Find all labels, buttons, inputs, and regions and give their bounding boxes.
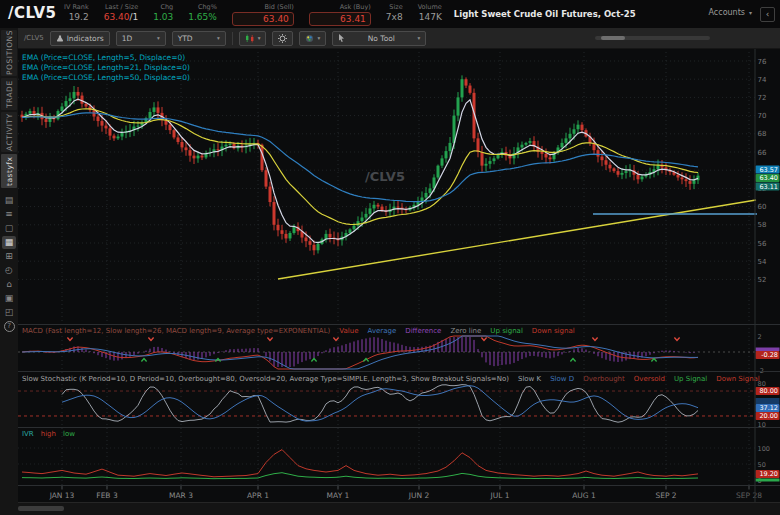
contract-description: Light Sweet Crude Oil Futures, Oct-25: [454, 9, 636, 19]
svg-text:56: 56: [758, 240, 767, 248]
accounts-label: Accounts: [709, 8, 745, 17]
sidebar-tab-activity[interactable]: ACTIVITY: [1, 112, 17, 152]
quote-field: Volume147K: [418, 3, 442, 26]
symbol-title: /CLV5: [8, 4, 57, 22]
bottom-scrollbar-thumb[interactable]: [18, 506, 64, 511]
svg-text:-0.28: -0.28: [761, 351, 778, 359]
field-value: 1.03: [153, 12, 173, 22]
quote-header: /CLV5 IV Rank19.2Last / Size63.40/1Chg1.…: [0, 0, 780, 28]
svg-text:74: 74: [758, 76, 767, 84]
svg-text:60: 60: [758, 203, 767, 211]
indicators-button[interactable]: Indicators: [50, 31, 110, 46]
history-clock-icon[interactable]: ◴: [2, 264, 16, 277]
svg-text:76: 76: [758, 58, 767, 66]
drawing-style-dropdown[interactable]: ▾: [299, 31, 326, 46]
field-value: 1.65%: [188, 12, 217, 22]
apps-grid-icon[interactable]: ⊞: [2, 250, 16, 263]
scrollbar-thumb[interactable]: [601, 36, 625, 40]
quote-fields: IV Rank19.2Last / Size63.40/1Chg1.03Chg%…: [64, 0, 442, 26]
chevron-down-icon: ▾: [417, 35, 420, 41]
svg-text:52: 52: [758, 276, 767, 284]
list-icon[interactable]: ≡: [2, 208, 16, 221]
svg-text:20.00: 20.00: [759, 412, 778, 420]
svg-text:54: 54: [758, 258, 767, 266]
ema-legend-line: EMA (Price=CLOSE, Length=50, Displace=0): [22, 73, 190, 83]
chart-horizontal-scrollbar[interactable]: [595, 36, 710, 40]
quote-field: Size7x8: [386, 3, 403, 26]
svg-text:MAY 1: MAY 1: [327, 491, 350, 500]
field-label: Bid (Sell): [265, 3, 294, 11]
chevron-down-icon: ▾: [317, 35, 320, 41]
svg-text:63.40: 63.40: [759, 174, 778, 182]
field-label: Last / Size: [105, 3, 138, 11]
svg-text:JUN 2: JUN 2: [408, 491, 430, 500]
quote-field: Last / Size63.40/1: [104, 3, 139, 26]
svg-text:63.11: 63.11: [759, 183, 778, 191]
chart-icon[interactable]: ▦: [2, 236, 16, 249]
svg-text:100: 100: [758, 445, 770, 453]
range-dropdown[interactable]: YTD▾: [172, 31, 226, 46]
no-tool-label: No Tool: [368, 34, 395, 43]
accounts-dropdown[interactable]: Accounts ▾: [709, 8, 752, 17]
svg-text:Slow Stochastic (K Period=10,: Slow Stochastic (K Period=10, D Period=1…: [22, 375, 760, 383]
indicators-label: Indicators: [67, 34, 104, 43]
toolbar-separator: [232, 32, 233, 45]
svg-text:37.12: 37.12: [759, 404, 778, 412]
trading-platform-window: JAN 13FEB 3MAR 3APR 1MAY 1JUN 2JUL 1AUG …: [0, 0, 780, 515]
sidebar-tab-trade[interactable]: TRADE: [1, 78, 17, 110]
gear-icon: [278, 34, 287, 43]
chevron-down-icon: ▾: [157, 35, 160, 41]
help-icon[interactable]: ?: [2, 320, 16, 333]
field-label: Chg: [160, 3, 173, 11]
chevron-down-icon: ▾: [217, 35, 220, 41]
svg-text:68: 68: [758, 130, 767, 138]
svg-text:-2: -2: [758, 367, 764, 375]
sidebar-tab-tastyfx[interactable]: tastyfx: [1, 154, 17, 188]
svg-text:50: 50: [758, 461, 766, 469]
svg-text:2: 2: [758, 333, 762, 341]
svg-text:FEB 3: FEB 3: [96, 491, 118, 500]
svg-text:JUL 1: JUL 1: [489, 491, 509, 500]
field-label: Chg%: [198, 3, 217, 11]
quote-field[interactable]: Ask (Buy)63.41: [309, 3, 371, 26]
toolbar-symbol-label: /CLV5: [24, 34, 44, 42]
ema-legend: EMA (Price=CLOSE, Length=5, Displace=0)E…: [22, 53, 190, 83]
timeframe-value: 1D: [122, 34, 133, 43]
no-tool-dropdown[interactable]: No Tool ▾: [332, 31, 426, 46]
svg-text:19.20: 19.20: [759, 470, 778, 478]
field-label: Size: [389, 3, 402, 11]
snapshot-icon[interactable]: ▣: [2, 292, 16, 305]
quote-box-value[interactable]: 63.41: [309, 12, 371, 26]
chart-toolbar: /CLV5 Indicators 1D▾ YTD▾ ▾ ▾ No Tool ▾: [18, 28, 780, 49]
ema-legend-line: EMA (Price=CLOSE, Length=5, Displace=0): [22, 53, 190, 63]
svg-text:MAR 3: MAR 3: [169, 491, 193, 500]
candlestick-chart-icon: [245, 34, 255, 43]
field-value: 63.40/1: [104, 12, 139, 22]
svg-text:SEP 28: SEP 28: [736, 491, 762, 500]
svg-text:/CLV5: /CLV5: [365, 169, 405, 184]
package-icon[interactable]: ◰: [2, 306, 16, 319]
field-value: 7x8: [386, 12, 403, 22]
svg-text:70: 70: [758, 112, 767, 120]
field-label: Ask (Buy): [340, 3, 371, 11]
quote-field: Chg1.03: [153, 3, 173, 26]
sidebar-tab-positions[interactable]: POSITIONS: [1, 30, 17, 76]
watchlist-card-icon[interactable]: ▤: [2, 194, 16, 207]
svg-text:APR 1: APR 1: [247, 491, 269, 500]
chart-settings-button[interactable]: [272, 31, 293, 46]
timeframe-dropdown[interactable]: 1D▾: [116, 31, 166, 46]
media-icon[interactable]: ▢: [2, 222, 16, 235]
field-label: Volume: [418, 3, 442, 11]
quote-field: Chg%1.65%: [188, 3, 217, 26]
quote-field[interactable]: Bid (Sell)63.40: [232, 3, 294, 26]
palette-icon: [305, 34, 314, 43]
collapse-panel-button[interactable]: ‹: [760, 7, 775, 22]
svg-text:JAN 13: JAN 13: [49, 491, 75, 500]
field-label: IV Rank: [64, 3, 89, 11]
bank-icon[interactable]: ⌂: [2, 278, 16, 291]
bottom-scrollbar[interactable]: [18, 502, 780, 515]
chart-type-dropdown[interactable]: ▾: [239, 31, 267, 46]
quote-box-value[interactable]: 63.40: [232, 12, 294, 26]
chevron-down-icon: ▾: [749, 9, 752, 16]
field-value: 147K: [419, 12, 442, 22]
